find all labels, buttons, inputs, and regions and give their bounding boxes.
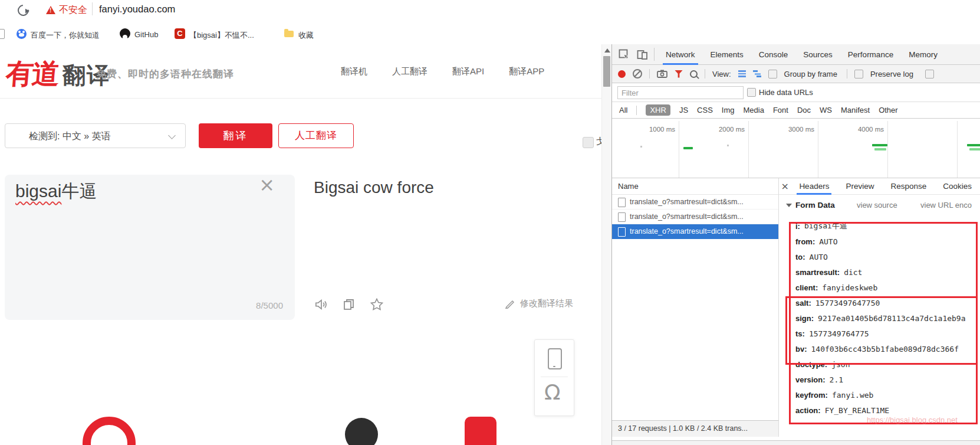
devtools-tab-console[interactable]: Console: [751, 44, 796, 65]
type-filter-js[interactable]: JS: [679, 106, 688, 114]
inspect-element-icon[interactable]: [617, 48, 630, 61]
field-value: bigsai牛逼: [804, 221, 847, 231]
request-name: translate_o?smartresult=dict&sm...: [630, 195, 744, 210]
devtools-bottom-strip: [612, 440, 980, 445]
speaker-icon[interactable]: [315, 299, 328, 310]
nav-item-fanyiji[interactable]: 翻译机: [341, 66, 367, 77]
scrollbar-thumb[interactable]: [603, 56, 610, 87]
nav-item-rengong[interactable]: 人工翻译: [392, 66, 427, 77]
request-row[interactable]: translate_o?smartresult=dict&sm...: [612, 195, 778, 210]
hide-data-urls-checkbox[interactable]: [747, 88, 756, 97]
form-data-header[interactable]: Form Data: [786, 201, 835, 210]
detail-tab-response[interactable]: Response: [882, 178, 935, 195]
detail-tab-bar: × Headers Preview Response Cookies: [779, 178, 980, 195]
detail-tab-preview[interactable]: Preview: [837, 178, 882, 195]
address-bar-url[interactable]: fanyi.youdao.com: [99, 4, 175, 15]
baidu-icon: [17, 29, 27, 39]
field-key: client:: [795, 283, 818, 292]
detail-tab-cookies[interactable]: Cookies: [935, 178, 980, 195]
human-translate-button[interactable]: 人工翻译: [278, 123, 354, 148]
security-warning-icon: [46, 6, 55, 14]
devtools-tab-bar: Network Elements Console Sources Perform…: [612, 44, 980, 65]
field-key: sign:: [795, 314, 814, 323]
toolbar-separator: [847, 69, 847, 78]
partial-bookmark-icon: [0, 29, 5, 39]
preserve-log-checkbox[interactable]: [854, 70, 863, 78]
timeline-tick-3000: 3000 ms: [773, 126, 814, 133]
edit-result-link[interactable]: 修改翻译结果: [505, 298, 573, 309]
type-filter-font[interactable]: Font: [773, 106, 788, 114]
type-filter-manifest[interactable]: Manifest: [841, 106, 870, 114]
devtools-tab-performance[interactable]: Performance: [840, 44, 901, 65]
network-overview-timeline[interactable]: 1000 ms 2000 ms 3000 ms 4000 ms: [612, 119, 980, 178]
disable-cache-checkbox[interactable]: [925, 70, 934, 78]
request-row-selected[interactable]: translate_o?smartresult=dict&sm...: [612, 224, 778, 239]
clear-input-icon[interactable]: ×: [259, 174, 275, 196]
type-filter-other[interactable]: Other: [879, 106, 898, 114]
security-label[interactable]: 不安全: [59, 4, 87, 17]
detail-tab-headers[interactable]: Headers: [791, 178, 837, 195]
filter-input[interactable]: [617, 86, 744, 99]
clear-icon[interactable]: [633, 69, 642, 78]
language-selector[interactable]: 检测到: 中文 » 英语: [5, 123, 186, 148]
field-key: version:: [795, 375, 826, 384]
qq-icon[interactable]: Ω: [544, 380, 561, 404]
page-checkbox[interactable]: [583, 137, 594, 148]
view-url-encoded-link[interactable]: view URL enco: [920, 201, 972, 210]
waterfall-view-icon[interactable]: [753, 70, 761, 77]
type-filter-xhr[interactable]: XHR: [646, 104, 670, 116]
chevron-down-icon: [168, 132, 176, 139]
bookmark-baidu[interactable]: 百度一下，你就知道: [31, 30, 100, 41]
name-column-header[interactable]: Name: [612, 178, 778, 195]
list-view-icon[interactable]: [738, 70, 746, 77]
field-key: action:: [795, 406, 821, 415]
nav-item-app[interactable]: 翻译APP: [509, 66, 544, 77]
timeline-request-bar: [683, 147, 693, 149]
scrollbar-up-arrow[interactable]: [604, 48, 610, 53]
bookmark-github[interactable]: GitHub: [134, 30, 158, 39]
timeline-tick-4000: 4000 ms: [843, 126, 884, 133]
record-icon[interactable]: [618, 70, 626, 78]
source-text[interactable]: bigsai牛逼: [15, 179, 97, 204]
field-value: AUTO: [810, 253, 828, 261]
devtools-tab-memory[interactable]: Memory: [901, 44, 945, 65]
type-filter-img[interactable]: Img: [722, 106, 735, 114]
form-field-to: to:AUTO: [795, 249, 966, 264]
search-icon[interactable]: [690, 70, 698, 78]
phone-icon[interactable]: [548, 348, 562, 369]
devtools-tab-network[interactable]: Network: [658, 44, 703, 65]
devtools-tab-sources[interactable]: Sources: [795, 44, 840, 65]
field-value: 1577349764775: [809, 329, 869, 338]
copy-icon[interactable]: [343, 299, 355, 310]
url-separator: [92, 2, 93, 15]
timeline-gridline: [887, 121, 888, 178]
view-source-link[interactable]: view source: [857, 201, 897, 210]
bookmark-favorites[interactable]: 收藏: [298, 30, 314, 41]
type-filter-ws[interactable]: WS: [820, 106, 832, 114]
edit-result-label: 修改翻译结果: [520, 298, 573, 309]
form-field-keyfrom: keyfrom:fanyi.web: [795, 387, 966, 403]
close-icon[interactable]: ×: [779, 181, 791, 192]
toolbar-separator: [654, 48, 655, 61]
type-filter-doc[interactable]: Doc: [797, 106, 811, 114]
device-toolbar-icon[interactable]: [636, 48, 649, 61]
translate-button[interactable]: 翻译: [199, 123, 272, 148]
bookmark-bigsai[interactable]: 【bigsai】不愠不...: [189, 30, 254, 41]
group-by-frame-checkbox[interactable]: [768, 70, 777, 78]
type-filter-all[interactable]: All: [619, 106, 627, 114]
type-filter-css[interactable]: CSS: [697, 106, 713, 114]
source-text-panel[interactable]: bigsai牛逼 × 8/5000: [5, 175, 295, 320]
form-field-salt: salt:15773497647750: [795, 295, 966, 310]
star-icon[interactable]: [370, 298, 383, 310]
page-scrollbar[interactable]: [601, 44, 612, 445]
request-row[interactable]: translate_o?smartresult=dict&sm...: [612, 210, 778, 224]
screenshot-root: 不安全 fanyi.youdao.com 百度一下，你就知道 GitHub C …: [0, 0, 980, 445]
filter-funnel-icon[interactable]: [675, 70, 683, 78]
nav-item-api[interactable]: 翻译API: [452, 66, 484, 77]
devtools-tab-elements[interactable]: Elements: [703, 44, 751, 65]
preserve-log-label: Preserve log: [870, 70, 913, 78]
youdao-logo[interactable]: 有道 翻译: [6, 55, 111, 93]
type-filter-media[interactable]: Media: [743, 106, 764, 114]
capture-screenshots-icon[interactable]: [657, 70, 667, 78]
reload-icon[interactable]: [15, 2, 31, 18]
